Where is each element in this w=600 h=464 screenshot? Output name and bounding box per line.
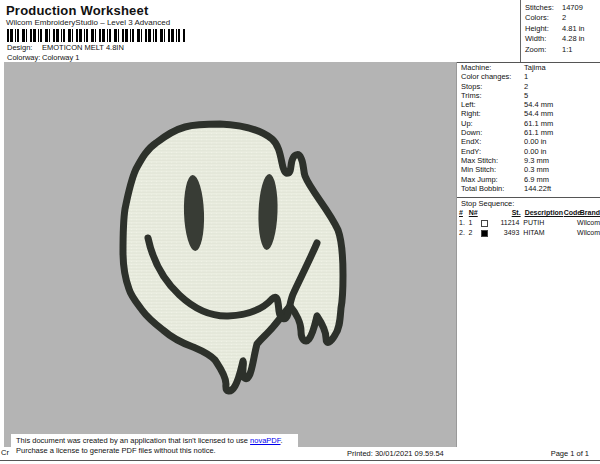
summary-row-colors: Colors:2: [525, 13, 600, 23]
machine-row: Trims:5: [461, 91, 600, 100]
design-label: Design:: [7, 43, 42, 52]
machine-row: EndY:0.00 in: [461, 147, 600, 156]
stop-sequence-header-row: # N# St. Description Code Brand: [457, 208, 600, 218]
footer-divider: [0, 460, 600, 461]
col-stitch: St.: [512, 209, 521, 216]
thread-swatch-white: [481, 220, 488, 227]
footer-printed-timestamp: Printed: 30/01/2021 09.59.54: [347, 449, 444, 458]
notice-line2: Purchase a license to generate PDF files…: [16, 446, 298, 456]
machine-row: Machine:Tajima: [461, 63, 600, 72]
machine-row: Total Bobbin:144.22ft: [461, 184, 600, 193]
machine-row: Color changes:1: [461, 72, 600, 81]
machine-row: Min Stitch:0.3 mm: [461, 165, 600, 174]
summary-row-stitches: Stitches:14709: [525, 3, 600, 13]
col-needle: N#: [469, 209, 478, 216]
notice-line1: This document was created by an applicat…: [16, 436, 298, 446]
colorway-value: Colorway 1: [42, 53, 80, 62]
machine-row: Up:61.1 mm: [461, 119, 600, 128]
col-description: Description: [525, 209, 564, 216]
machine-row: Max Jump:6.9 mm: [461, 175, 600, 184]
stop-sequence-title: Stop Sequence:: [461, 199, 514, 208]
zoom-value: 1:1: [562, 45, 572, 55]
stitches-value: 14709: [562, 3, 583, 13]
col-num: #: [459, 209, 463, 216]
machine-row: Stops:2: [461, 82, 600, 91]
machine-row: Max Stitch:9.3 mm: [461, 156, 600, 165]
design-row: Design: EMOTICON MELT 4.8IN: [7, 43, 124, 52]
app-version-subtitle: Wilcom EmbroideryStudio – Level 3 Advanc…: [6, 18, 170, 27]
machine-row: Down:61.1 mm: [461, 128, 600, 137]
design-summary-panel: Stitches:14709 Colors:2 Height:4.81 in W…: [520, 0, 600, 62]
footer-page-number: Page 1 of 1: [529, 449, 589, 458]
melting-smiley-design: [114, 117, 354, 402]
machine-row: Right:54.4 mm: [461, 109, 600, 118]
machine-info-panel: Machine:Tajima Color changes:1 Stops:2 T…: [457, 63, 600, 193]
stop-sequence-divider: [457, 197, 600, 198]
summary-row-width: Width:4.28 in: [525, 34, 600, 44]
table-row: 2. 2 3493 HITAM Wilcom: [457, 228, 600, 238]
machine-row: Left:54.4 mm: [461, 100, 600, 109]
col-brand: Brand: [580, 209, 600, 216]
width-value: 4.28 in: [562, 34, 585, 44]
novapdf-link[interactable]: novaPDF: [250, 436, 280, 445]
footer-clipped-text: Cr: [1, 448, 9, 457]
stop-sequence-table: # N# St. Description Code Brand 1. 1 112…: [457, 208, 600, 238]
license-notice: This document was created by an applicat…: [11, 434, 298, 457]
design-canvas: [4, 62, 456, 447]
colors-value: 2: [562, 13, 566, 23]
height-value: 4.81 in: [562, 24, 585, 34]
machine-row: EndX:0.00 in: [461, 137, 600, 146]
summary-row-height: Height:4.81 in: [525, 24, 600, 34]
page-title: Production Worksheet: [6, 3, 148, 18]
table-row: 1. 1 11214 PUTIH Wilcom: [457, 218, 600, 228]
colorway-row: Colorway: Colorway 1: [7, 53, 80, 62]
design-value: EMOTICON MELT 4.8IN: [42, 43, 124, 52]
colorway-label: Colorway:: [7, 53, 42, 62]
summary-row-zoom: Zoom:1:1: [525, 45, 600, 55]
design-barcode: [7, 29, 185, 42]
thread-swatch-black: [481, 230, 488, 237]
